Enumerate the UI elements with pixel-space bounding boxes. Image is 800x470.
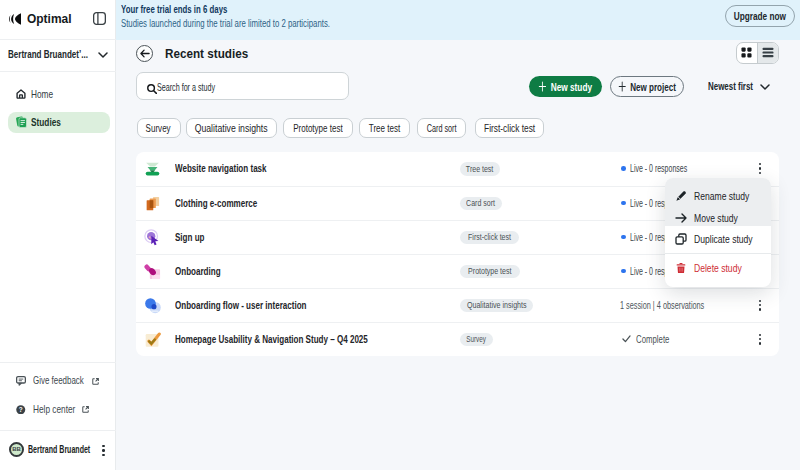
svg-text:?: ? (19, 406, 23, 413)
